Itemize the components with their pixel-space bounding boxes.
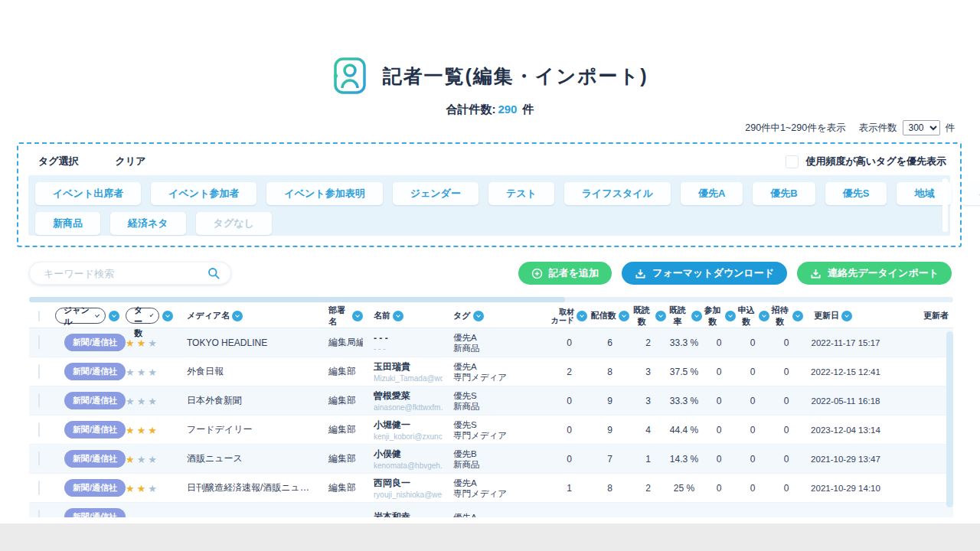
total-unit: 件 [523,103,534,116]
tag-chip[interactable]: ライフスタイル [564,182,671,205]
tag-chip[interactable]: 優先A [681,182,743,205]
reporter-name-cell: 西岡良一 ryouji_nishioka@we… [363,477,443,499]
table-row[interactable]: 新聞/通信社 ★★★ 外食日報 編集部 玉田瑞貴 Mizuki_Tamada@w… [29,357,953,386]
table-row[interactable]: 新聞/通信社 ★★★ 酒販ニュース 編集部 小俣健 kenomata@hbvge… [29,445,953,474]
vertical-scrollbar[interactable] [946,331,953,507]
priority-tags-checkbox[interactable] [786,155,799,168]
star-empty-icon: ★ [126,367,137,378]
join-count: 0 [702,454,736,465]
star-filter-select[interactable]: スター数 [126,308,159,324]
tag-select-label[interactable]: タグ選択 [38,155,79,168]
tag-area-scrollbar[interactable] [942,178,948,232]
dept-sort-icon[interactable] [352,311,363,321]
reporter-name-cell: 小俣健 kenomata@hbvgeh.ho [363,448,443,470]
dept-name: 編集部 [315,423,363,436]
invite-count: 0 [769,396,803,406]
star-rating: ★★★ [126,481,172,495]
table-row[interactable]: 新聞/通信社 岩本和幸 優先A [29,503,953,517]
star-filled-icon: ★ [126,425,137,436]
tag-chip[interactable]: 優先B [753,182,815,205]
delivery-count: 7 [590,454,630,465]
table-row[interactable]: 新聞/通信社 ★★★ 日刊醸造経済速報/酒販ニュ… 編集部 西岡良一 ryouj… [29,474,953,503]
read-sort-icon[interactable] [655,311,666,321]
row-checkbox[interactable] [38,393,40,408]
tag-chip[interactable]: ジェンダー [393,182,479,205]
search-icon[interactable] [207,267,220,279]
select-all-checkbox[interactable] [38,311,40,321]
table-row[interactable]: 新聞/通信社 ★★★ TOKYO HEADLINE 編集局編集部 - - - -… [29,328,953,357]
join-count: 0 [702,396,736,406]
star-filled-icon: ★ [126,454,137,465]
genre-filter-select[interactable]: ジャンル [55,308,106,324]
add-reporter-button[interactable]: 記者を追加 [518,262,612,285]
tag-clear-button[interactable]: クリア [116,155,146,168]
table-row[interactable]: 新聞/通信社 ★★★ 日本外食新聞 編集部 曽根愛菜 ainasone@fktt… [29,386,953,416]
tag-chip[interactable]: 優先S [825,182,887,205]
row-checkbox[interactable] [38,481,40,495]
card-count: 0 [549,337,590,348]
import-icon [810,268,822,279]
table-row[interactable]: 新聞/通信社 ★★★ フードデイリー 編集部 小堀健一 kenji_kobori… [29,416,953,445]
row-tags: 優先A専門メディア [443,478,549,499]
star-filled-icon: ★ [126,483,137,494]
invite-count: 0 [769,425,803,435]
rate-sort-icon[interactable] [691,311,702,321]
star-empty-icon: ★ [148,396,159,407]
per-page-select[interactable]: 300 [903,120,940,135]
star-filled-icon: ★ [126,337,137,349]
tag-chip[interactable]: 経済ネタ [110,212,186,235]
card-sort-icon[interactable] [577,311,587,321]
star-filled-icon: ★ [137,425,149,436]
delivery-count: 9 [590,396,630,406]
star-empty-icon: ★ [148,367,159,378]
apply-sort-icon[interactable] [759,311,769,321]
invite-column-header: 招待数 [769,305,790,328]
window-edge [0,523,980,551]
join-sort-icon[interactable] [725,311,736,321]
invite-count: 0 [769,454,803,465]
delivery-count: 8 [590,367,630,377]
tag-chips-row-1: イベント出席者イベント参加者イベント参加表明ジェンダーテストライフスタイル優先A… [35,182,935,205]
read-column-header: 既読数 [630,305,653,328]
tag-chip[interactable]: 新商品 [35,212,100,235]
invite-sort-icon[interactable] [792,311,803,321]
row-checkbox[interactable] [38,335,40,350]
tag-sort-icon[interactable] [473,311,484,321]
delivery-sort-icon[interactable] [619,311,629,321]
star-rating: ★★★ [126,365,172,379]
genre-badge: 新聞/通信社 [64,392,126,409]
horizontal-scrollbar-thumb[interactable] [29,297,565,302]
reporter-name-cell: 小堀健一 kenji_kobori@zxunc… [363,419,443,441]
genre-badge: 新聞/通信社 [64,334,126,351]
search-input[interactable] [44,268,207,279]
tag-chip[interactable]: イベント参加者 [151,182,256,205]
tag-chip[interactable]: イベント出席者 [35,182,141,205]
media-sort-icon[interactable] [232,311,243,321]
name-sort-icon[interactable] [393,311,403,321]
page-header: 記者一覧(編集・インポート) [0,57,980,95]
read-count: 1 [630,454,666,465]
horizontal-scrollbar[interactable] [29,297,953,302]
row-checkbox[interactable] [38,510,40,518]
tag-filter-panel: タグ選択 クリア 使用頻度が高いタグを優先表示 イベント出席者イベント参加者イベ… [17,142,962,247]
media-name: 酒販ニュース [172,452,315,465]
genre-badge: 新聞/通信社 [64,450,126,468]
per-page-unit: 件 [946,122,956,135]
star-empty-icon: ★ [137,396,149,407]
genre-badge: 新聞/通信社 [64,508,126,517]
tag-chip[interactable]: 専門メディア [962,182,980,205]
updated-sort-icon[interactable] [841,311,852,321]
contact-import-button[interactable]: 連絡先データインポート [797,262,952,285]
genre-sort-icon[interactable] [109,311,119,321]
format-download-button[interactable]: フォーマットダウンロード [622,262,787,285]
row-checkbox[interactable] [38,364,40,379]
tag-chip[interactable]: テスト [488,182,554,205]
dept-name: 編集部 [315,365,363,378]
row-checkbox[interactable] [38,452,40,466]
keyword-search-box[interactable] [29,262,231,285]
tag-chip[interactable]: イベント参加表明 [266,182,382,205]
media-name: 日刊醸造経済速報/酒販ニュ… [172,481,315,494]
read-rate: 44.4 % [666,425,702,435]
row-checkbox[interactable] [38,422,40,437]
priority-tags-label: 使用頻度が高いタグを優先表示 [805,155,946,168]
